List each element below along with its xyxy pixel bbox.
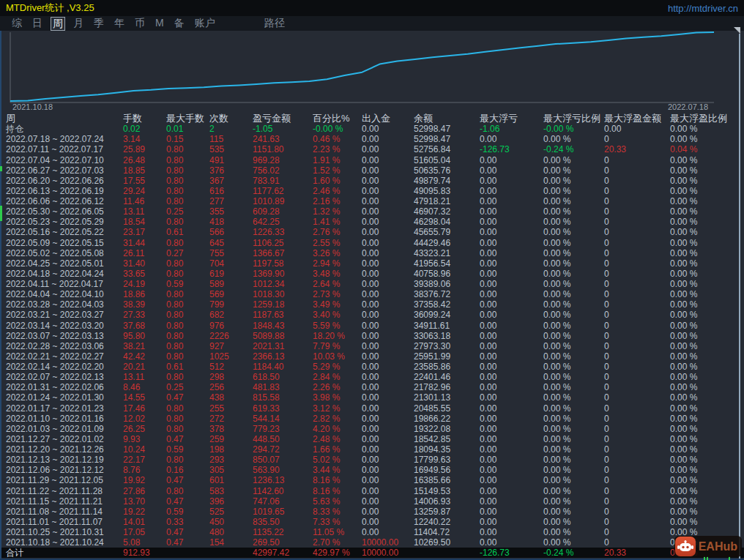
menu-item-日[interactable]: 日	[30, 17, 45, 31]
table-cell: 2.46 %	[313, 186, 362, 196]
left-border-green-marker-1	[0, 166, 2, 171]
table-cell: 0.00 %	[670, 196, 744, 206]
table-cell: 1135.22	[253, 527, 313, 537]
table-cell: 1177.62	[253, 186, 313, 196]
table-cell: 2022.01.10 ~ 2022.01.16	[0, 414, 123, 424]
table-cell: 755	[209, 248, 253, 258]
table-cell: 0	[604, 165, 670, 176]
titlebar: MTDriver统计 ,V3.25 http://mtdriver.cn	[0, 0, 744, 16]
table-cell: 512	[209, 362, 253, 372]
table-cell: 1012.34	[253, 279, 313, 289]
window-right-border[interactable]	[739, 34, 740, 560]
menu-item-月[interactable]: 月	[71, 17, 86, 31]
menu-item-M[interactable]: M	[153, 17, 166, 31]
table-cell: 23585.86	[414, 362, 480, 372]
menu-item-账户[interactable]: 账户	[193, 17, 217, 31]
table-cell: 0	[604, 238, 670, 248]
table-cell: 0.00	[480, 475, 543, 485]
table-cell: 0	[604, 341, 670, 351]
table-cell: 0.80	[166, 341, 209, 351]
col-header-max-profit: 最大浮盈金额	[604, 113, 670, 124]
table-cell: 0.00	[480, 299, 543, 310]
table-cell: 704	[209, 258, 253, 269]
menu-item-备[interactable]: 备	[172, 17, 187, 31]
table-cell: 0.59	[166, 444, 209, 455]
table-cell: 0.00 %	[543, 517, 604, 527]
table-cell: 0.00	[362, 289, 414, 299]
table-cell: 8.46	[123, 382, 166, 392]
table-cell: 2.23 %	[313, 144, 362, 154]
table-cell: 0.00	[362, 310, 414, 320]
table-cell: 0.00	[480, 206, 543, 217]
menu-item-币[interactable]: 币	[133, 17, 147, 31]
table-cell: 0.27	[166, 248, 209, 258]
table-cell: 0.00	[480, 341, 543, 351]
table-cell: 45655.79	[414, 227, 480, 237]
table-cell: 0.00	[362, 155, 414, 165]
table-cell: 0	[604, 155, 670, 165]
table-cell: 0.00	[362, 434, 414, 444]
table-cell: 0.80	[166, 155, 209, 165]
table-cell: 0.00 %	[670, 238, 744, 248]
table-cell: 0.80	[166, 144, 209, 154]
table-cell: 4.20 %	[313, 424, 362, 434]
table-cell: 0.25	[166, 382, 209, 392]
table-cell: 0.00 %	[543, 289, 604, 299]
table-cell: 0.00 %	[543, 196, 604, 206]
table-cell: 0.00 %	[670, 455, 744, 465]
table-cell: 525	[209, 507, 253, 517]
table-cell: 1018.30	[253, 289, 313, 299]
table-cell: 0.00	[362, 362, 414, 372]
table-row: 2022.05.16 ~ 2022.05.2223.170.615661226.…	[0, 227, 744, 237]
table-row: 2021.12.13 ~ 2021.12.1922.170.80293850.0…	[0, 455, 744, 465]
table-row: 2022.05.09 ~ 2022.05.1531.440.806451106.…	[0, 238, 744, 248]
table-cell: 0	[604, 455, 670, 465]
table-cell: 52756.84	[414, 144, 480, 154]
menu-item-周[interactable]: 周	[51, 17, 65, 31]
app-url-link[interactable]: http://mtdriver.cn	[668, 3, 738, 14]
menu-item-年[interactable]: 年	[112, 17, 127, 31]
chart-corner-handle-icon[interactable]	[734, 27, 740, 34]
table-cell: 0.00	[362, 238, 414, 248]
table-cell: 293	[209, 455, 253, 465]
table-cell: 0.00 %	[543, 227, 604, 237]
total-row: 合计912.9342997.42429.97 %10000.00-126.73-…	[0, 548, 744, 558]
table-cell: 31.44	[123, 238, 166, 248]
table-cell: 2.64 %	[313, 279, 362, 289]
left-border-green-marker-2	[0, 206, 2, 221]
table-cell: 0	[604, 496, 670, 507]
table-row: 2022.01.10 ~ 2022.01.1612.020.80272544.1…	[0, 414, 744, 424]
table-cell: -0.24 %	[543, 144, 604, 154]
table-cell: 2	[209, 124, 253, 134]
table-cell: 25951.99	[414, 351, 480, 362]
table-cell: 0.04 %	[670, 144, 744, 154]
eahub-watermark: EAHub	[674, 536, 742, 557]
table-cell: 0.00 %	[670, 310, 744, 320]
table-cell: 0.00 %	[670, 424, 744, 434]
table-cell: 36099.24	[414, 310, 480, 320]
table-cell: 13.11	[123, 206, 166, 217]
table-cell: 0.00 %	[543, 279, 604, 289]
table-cell: 10.24	[123, 444, 166, 455]
table-cell: 0.00	[480, 372, 543, 382]
menu-item-季[interactable]: 季	[92, 17, 106, 31]
table-cell: 17.05	[123, 527, 166, 537]
table-cell: 0.00 %	[670, 486, 744, 496]
table-cell: 0.00	[604, 124, 670, 134]
table-cell: 2022.01.17 ~ 2022.01.23	[0, 403, 123, 414]
table-cell: 26.11	[123, 248, 166, 258]
table-cell: 0.00 %	[670, 392, 744, 403]
table-cell: 0	[604, 517, 670, 527]
table-cell: 9.93	[123, 434, 166, 444]
path-label[interactable]: 路径	[264, 17, 285, 30]
table-cell: 544.14	[253, 414, 313, 424]
table-cell: 0.00	[362, 321, 414, 331]
menu-item-综[interactable]: 综	[10, 17, 24, 31]
table-cell: 616	[209, 186, 253, 196]
table-cell: 583	[209, 486, 253, 496]
table-cell: 429.97 %	[313, 548, 362, 558]
table-cell: 持仓	[0, 124, 123, 134]
table-cell: 0	[604, 248, 670, 258]
table-cell: 0	[604, 310, 670, 320]
table-cell: 0.00	[362, 392, 414, 403]
